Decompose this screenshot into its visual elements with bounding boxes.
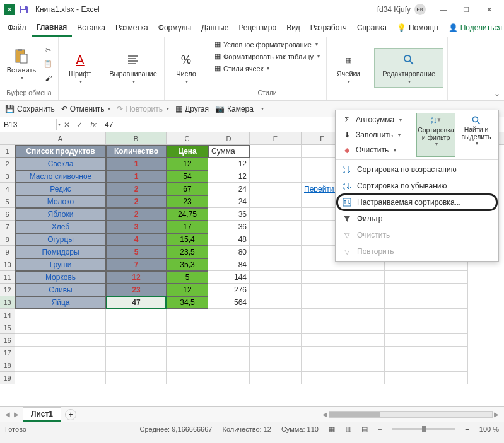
sort-filter-button[interactable]: АЯ Сортировка и фильтр▾ xyxy=(416,113,455,157)
editing-button[interactable]: Редактирование▾ xyxy=(374,48,443,88)
row-header-3[interactable]: 3 xyxy=(0,170,15,183)
cell[interactable] xyxy=(250,221,302,233)
cell[interactable] xyxy=(208,372,250,384)
tab-developer[interactable]: Разработч xyxy=(305,20,352,36)
paste-button[interactable]: Вставить▾ xyxy=(4,45,39,83)
zoom-level[interactable]: 100 % xyxy=(479,425,499,433)
cell[interactable]: 12 xyxy=(208,158,250,170)
cell[interactable] xyxy=(343,309,385,321)
cell[interactable] xyxy=(385,296,426,309)
cell[interactable] xyxy=(208,347,250,359)
find-select-button[interactable]: Найти и выделить▾ xyxy=(457,113,496,157)
col-header-B[interactable]: B xyxy=(106,132,167,144)
cell[interactable]: 2 xyxy=(106,183,167,195)
cell[interactable] xyxy=(106,321,167,334)
filter-item[interactable]: Фильтр xyxy=(336,210,498,227)
cell[interactable] xyxy=(250,321,302,334)
cell[interactable] xyxy=(302,309,343,321)
cell[interactable] xyxy=(250,195,302,208)
number-button[interactable]: %Число▾ xyxy=(168,49,204,87)
copy-button[interactable]: 📋 xyxy=(42,58,54,71)
cell[interactable]: 54 xyxy=(167,170,208,183)
view-layout-icon[interactable]: ▥ xyxy=(345,425,351,433)
cell[interactable]: 48 xyxy=(208,233,250,246)
cell[interactable]: 17 xyxy=(167,221,208,233)
cell[interactable] xyxy=(250,258,302,271)
cell[interactable] xyxy=(250,158,302,170)
sort-descending[interactable]: ЯАСортировка по убыванию xyxy=(336,178,498,194)
autosum-button[interactable]: ΣАвтосумма▾ xyxy=(338,113,415,127)
cell[interactable] xyxy=(426,321,468,334)
cell[interactable] xyxy=(426,359,468,372)
qat-undo[interactable]: ↶Отменить▾ xyxy=(61,105,111,113)
cells-button[interactable]: ▦Ячейки▾ xyxy=(331,49,366,87)
cell[interactable]: 12 xyxy=(167,158,208,170)
cell[interactable] xyxy=(208,334,250,347)
cell[interactable] xyxy=(250,145,302,158)
cell[interactable] xyxy=(250,208,302,221)
cell[interactable] xyxy=(15,372,106,384)
cancel-formula-icon[interactable]: ✕ xyxy=(61,120,73,129)
cell[interactable] xyxy=(385,284,426,296)
row-header-15[interactable]: 15 xyxy=(0,321,15,334)
cell[interactable]: 24,75 xyxy=(167,208,208,221)
cell[interactable] xyxy=(250,334,302,347)
cell[interactable]: Редис xyxy=(15,183,106,195)
fx-icon[interactable]: fx xyxy=(86,120,101,129)
cell[interactable] xyxy=(167,334,208,347)
row-header-19[interactable]: 19 xyxy=(0,372,15,384)
cell[interactable] xyxy=(385,309,426,321)
tab-insert[interactable]: Вставка xyxy=(72,20,110,36)
qat-other[interactable]: ▦Другая xyxy=(175,105,209,113)
row-header-14[interactable]: 14 xyxy=(0,309,15,321)
cell[interactable]: 1 xyxy=(106,158,167,170)
qat-more[interactable]: ▾ xyxy=(261,106,264,112)
cell[interactable] xyxy=(385,372,426,384)
cell[interactable] xyxy=(250,372,302,384)
cell[interactable] xyxy=(302,296,343,309)
sheet-tab-1[interactable]: Лист1 xyxy=(23,407,61,422)
cell[interactable]: Сумма xyxy=(208,145,250,158)
sort-ascending[interactable]: АЯСортировка по возрастанию xyxy=(336,161,498,178)
row-header-6[interactable]: 6 xyxy=(0,208,15,221)
maximize-button[interactable]: ☐ xyxy=(455,1,478,18)
cell[interactable]: 36 xyxy=(208,221,250,233)
cell[interactable]: Масло сливочное xyxy=(15,170,106,183)
cell[interactable]: Свекла xyxy=(15,158,106,170)
cell[interactable] xyxy=(106,359,167,372)
qat-camera[interactable]: 📷Камера xyxy=(215,105,254,113)
cell[interactable] xyxy=(302,334,343,347)
cell[interactable] xyxy=(106,334,167,347)
row-header-16[interactable]: 16 xyxy=(0,334,15,347)
clear-button[interactable]: ◆Очистить▾ xyxy=(338,143,415,157)
format-as-table-button[interactable]: ▦Форматировать как таблицу▾ xyxy=(212,51,322,62)
cell[interactable] xyxy=(250,296,302,309)
cell[interactable]: Цена xyxy=(167,145,208,158)
cell[interactable]: Огурцы xyxy=(15,233,106,246)
cell[interactable] xyxy=(250,271,302,284)
cell[interactable] xyxy=(167,321,208,334)
tab-layout[interactable]: Разметка xyxy=(110,20,153,36)
cell[interactable] xyxy=(426,309,468,321)
qat-save[interactable]: 💾Сохранить xyxy=(5,105,55,113)
row-header-9[interactable]: 9 xyxy=(0,246,15,258)
cell[interactable] xyxy=(426,347,468,359)
cell[interactable] xyxy=(167,309,208,321)
cell[interactable]: 5 xyxy=(106,246,167,258)
cell[interactable] xyxy=(426,372,468,384)
sheet-nav-next[interactable]: ▶ xyxy=(14,411,19,418)
cell[interactable] xyxy=(250,309,302,321)
custom-sort[interactable]: Настраиваемая сортировка... xyxy=(338,195,496,209)
cell[interactable]: 276 xyxy=(208,284,250,296)
format-painter-button[interactable]: 🖌 xyxy=(42,72,54,84)
cell[interactable] xyxy=(167,372,208,384)
zoom-in[interactable]: + xyxy=(465,425,469,433)
sheet-nav-prev[interactable]: ◀ xyxy=(5,411,10,418)
ribbon-expand-button[interactable]: ⌄ xyxy=(494,89,500,98)
cell[interactable]: 35,3 xyxy=(167,258,208,271)
share-button[interactable]: 👤Поделиться xyxy=(443,21,504,35)
cell[interactable]: Количество xyxy=(106,145,167,158)
cell[interactable] xyxy=(250,183,302,195)
select-all-corner[interactable] xyxy=(0,132,15,144)
cell[interactable]: Список продуктов xyxy=(15,145,106,158)
